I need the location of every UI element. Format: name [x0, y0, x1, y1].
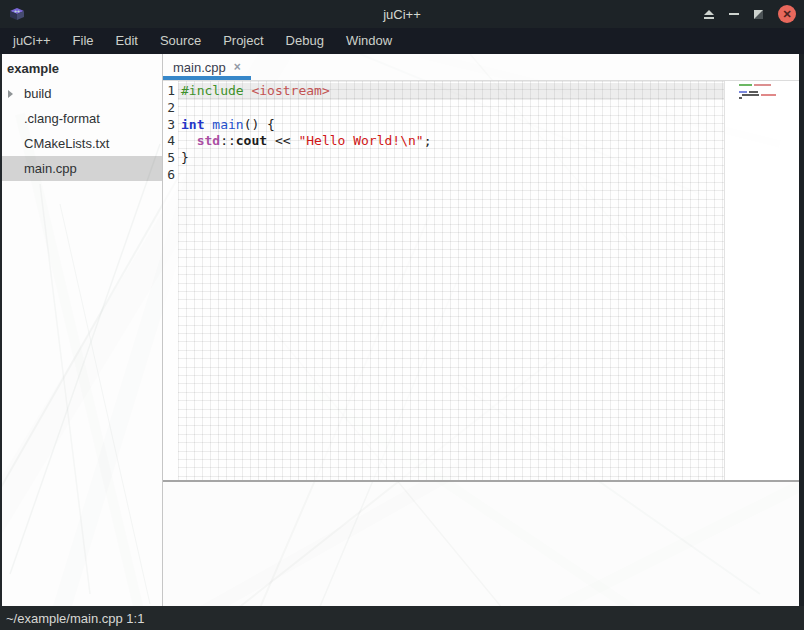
- content-area: example build.clang-formatCMakeLists.txt…: [0, 54, 804, 606]
- tree-item--clang-format[interactable]: .clang-format: [0, 106, 162, 131]
- code-line-1[interactable]: #include <iostream>: [178, 83, 724, 100]
- close-icon: ✕: [782, 5, 791, 23]
- menu-item-project[interactable]: Project: [212, 28, 274, 54]
- menu-item-window[interactable]: Window: [335, 28, 403, 54]
- terminal-pane[interactable]: [163, 482, 804, 606]
- window-controls: ✕: [704, 0, 796, 28]
- menu-item-juci-[interactable]: juCi++: [2, 28, 62, 54]
- statusbar: ~/example/main.cpp 1:1: [0, 606, 804, 630]
- menubar: juCi++FileEditSourceProjectDebugWindow: [0, 28, 804, 54]
- minimap-row: [725, 84, 804, 86]
- tree-item-label: CMakeLists.txt: [24, 136, 109, 151]
- line-number: 6: [163, 167, 178, 184]
- gutter: 123456: [163, 81, 178, 480]
- tree-item-main-cpp[interactable]: main.cpp: [0, 156, 162, 181]
- code-line-3[interactable]: int main() {: [178, 117, 724, 134]
- minimap-row: [725, 87, 804, 89]
- minimap-row: [725, 94, 804, 96]
- code-area[interactable]: #include <iostream>int main() { std::cou…: [178, 81, 724, 480]
- file-tree: build.clang-formatCMakeLists.txtmain.cpp: [0, 81, 162, 181]
- project-root-label[interactable]: example: [0, 54, 162, 81]
- minimap[interactable]: [724, 81, 804, 480]
- window-left-border: [0, 54, 2, 606]
- minimap-row: [725, 91, 804, 93]
- code-line-6[interactable]: [178, 167, 724, 184]
- minimap-row: [725, 101, 804, 103]
- tabbar: main.cpp ×: [163, 54, 804, 81]
- tree-item-build[interactable]: build: [0, 81, 162, 106]
- line-number: 1: [163, 83, 178, 100]
- shade-button[interactable]: [704, 10, 714, 19]
- close-button[interactable]: ✕: [778, 5, 796, 23]
- tab-close-icon[interactable]: ×: [234, 60, 241, 74]
- tree-item-label: build: [24, 86, 51, 101]
- restore-button[interactable]: [754, 10, 763, 19]
- app-window: ++ juCi++ ✕ juCi++FileEditSourceProjectD…: [0, 0, 804, 630]
- menu-item-edit[interactable]: Edit: [105, 28, 149, 54]
- menu-item-debug[interactable]: Debug: [275, 28, 335, 54]
- tree-item-label: main.cpp: [24, 161, 77, 176]
- restore-icon: [754, 10, 763, 19]
- svg-text:++: ++: [14, 8, 20, 14]
- line-number: 3: [163, 117, 178, 134]
- minimap-row: [725, 97, 804, 99]
- active-tab-indicator: [163, 76, 251, 80]
- minimize-icon: [729, 13, 739, 15]
- titlebar: ++ juCi++ ✕: [0, 0, 804, 28]
- eject-icon: [704, 10, 714, 19]
- expander-icon[interactable]: [8, 90, 24, 98]
- menu-item-file[interactable]: File: [62, 28, 105, 54]
- window-title: juCi++: [0, 7, 804, 22]
- menubar-items: juCi++FileEditSourceProjectDebugWindow: [2, 28, 403, 54]
- code-line-2[interactable]: [178, 100, 724, 117]
- line-number: 4: [163, 133, 178, 150]
- line-number: 5: [163, 150, 178, 167]
- source-editor: 123456 #include <iostream>int main() { s…: [163, 81, 804, 480]
- minimize-button[interactable]: [729, 13, 739, 15]
- line-number: 2: [163, 100, 178, 117]
- status-file-position: ~/example/main.cpp 1:1: [6, 611, 144, 626]
- tab-label: main.cpp: [173, 60, 226, 75]
- file-tree-sidebar: example build.clang-formatCMakeLists.txt…: [0, 54, 163, 606]
- window-right-border: [799, 54, 804, 606]
- tab-main-cpp[interactable]: main.cpp ×: [163, 54, 251, 80]
- menu-item-source[interactable]: Source: [149, 28, 212, 54]
- juci-logo-icon: ++: [8, 5, 26, 23]
- tree-item-label: .clang-format: [24, 111, 100, 126]
- tree-item-cmakelists-txt[interactable]: CMakeLists.txt: [0, 131, 162, 156]
- editor-column: main.cpp × 123456 #include <iostream>int…: [163, 54, 804, 606]
- code-line-4[interactable]: std::cout << "Hello World!\n";: [178, 133, 724, 150]
- code-line-5[interactable]: }: [178, 150, 724, 167]
